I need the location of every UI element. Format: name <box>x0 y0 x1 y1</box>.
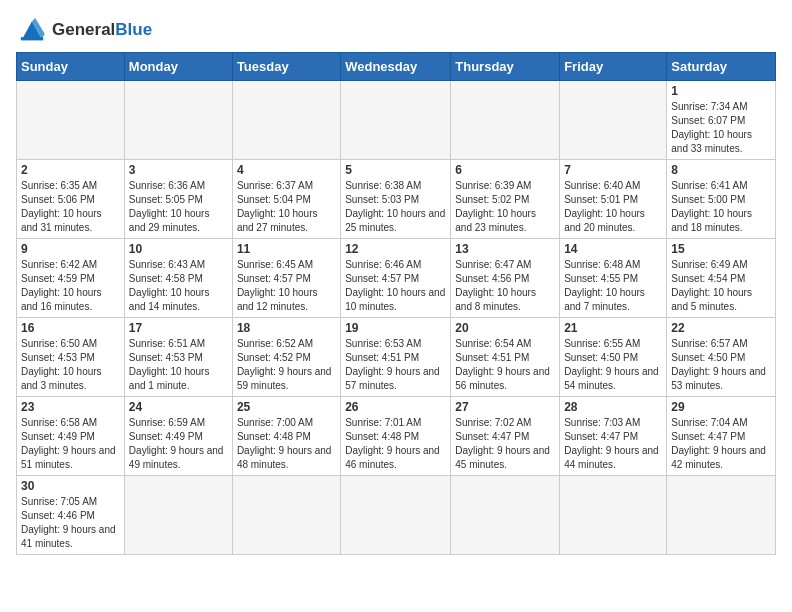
calendar-cell <box>124 81 232 160</box>
calendar-cell <box>124 476 232 555</box>
calendar-cell <box>560 476 667 555</box>
calendar-cell: 22Sunrise: 6:57 AM Sunset: 4:50 PM Dayli… <box>667 318 776 397</box>
logo-text: GeneralBlue <box>52 20 152 40</box>
day-number: 17 <box>129 321 228 335</box>
day-number: 3 <box>129 163 228 177</box>
day-number: 18 <box>237 321 336 335</box>
weekday-header-thursday: Thursday <box>451 53 560 81</box>
calendar-cell <box>17 81 125 160</box>
week-row-4: 16Sunrise: 6:50 AM Sunset: 4:53 PM Dayli… <box>17 318 776 397</box>
calendar-cell: 30Sunrise: 7:05 AM Sunset: 4:46 PM Dayli… <box>17 476 125 555</box>
calendar-cell: 23Sunrise: 6:58 AM Sunset: 4:49 PM Dayli… <box>17 397 125 476</box>
day-info: Sunrise: 6:48 AM Sunset: 4:55 PM Dayligh… <box>564 258 662 314</box>
weekday-header-tuesday: Tuesday <box>232 53 340 81</box>
day-info: Sunrise: 7:34 AM Sunset: 6:07 PM Dayligh… <box>671 100 771 156</box>
page-header: GeneralBlue <box>16 16 776 44</box>
week-row-5: 23Sunrise: 6:58 AM Sunset: 4:49 PM Dayli… <box>17 397 776 476</box>
calendar-cell: 25Sunrise: 7:00 AM Sunset: 4:48 PM Dayli… <box>232 397 340 476</box>
calendar-cell: 12Sunrise: 6:46 AM Sunset: 4:57 PM Dayli… <box>341 239 451 318</box>
calendar-cell <box>341 476 451 555</box>
day-info: Sunrise: 6:45 AM Sunset: 4:57 PM Dayligh… <box>237 258 336 314</box>
day-info: Sunrise: 7:04 AM Sunset: 4:47 PM Dayligh… <box>671 416 771 472</box>
logo-icon <box>16 16 48 44</box>
day-info: Sunrise: 6:57 AM Sunset: 4:50 PM Dayligh… <box>671 337 771 393</box>
day-info: Sunrise: 6:51 AM Sunset: 4:53 PM Dayligh… <box>129 337 228 393</box>
day-info: Sunrise: 6:54 AM Sunset: 4:51 PM Dayligh… <box>455 337 555 393</box>
day-number: 2 <box>21 163 120 177</box>
day-number: 14 <box>564 242 662 256</box>
day-info: Sunrise: 6:42 AM Sunset: 4:59 PM Dayligh… <box>21 258 120 314</box>
week-row-6: 30Sunrise: 7:05 AM Sunset: 4:46 PM Dayli… <box>17 476 776 555</box>
day-info: Sunrise: 7:03 AM Sunset: 4:47 PM Dayligh… <box>564 416 662 472</box>
day-number: 8 <box>671 163 771 177</box>
calendar-cell <box>232 81 340 160</box>
calendar-cell: 18Sunrise: 6:52 AM Sunset: 4:52 PM Dayli… <box>232 318 340 397</box>
calendar-cell: 21Sunrise: 6:55 AM Sunset: 4:50 PM Dayli… <box>560 318 667 397</box>
day-number: 25 <box>237 400 336 414</box>
weekday-header-friday: Friday <box>560 53 667 81</box>
day-info: Sunrise: 6:59 AM Sunset: 4:49 PM Dayligh… <box>129 416 228 472</box>
day-number: 9 <box>21 242 120 256</box>
day-info: Sunrise: 6:47 AM Sunset: 4:56 PM Dayligh… <box>455 258 555 314</box>
calendar-cell <box>560 81 667 160</box>
day-info: Sunrise: 6:36 AM Sunset: 5:05 PM Dayligh… <box>129 179 228 235</box>
calendar-cell <box>232 476 340 555</box>
calendar-cell: 9Sunrise: 6:42 AM Sunset: 4:59 PM Daylig… <box>17 239 125 318</box>
calendar-cell: 6Sunrise: 6:39 AM Sunset: 5:02 PM Daylig… <box>451 160 560 239</box>
day-info: Sunrise: 6:35 AM Sunset: 5:06 PM Dayligh… <box>21 179 120 235</box>
calendar-table: SundayMondayTuesdayWednesdayThursdayFrid… <box>16 52 776 555</box>
day-number: 13 <box>455 242 555 256</box>
calendar-cell: 13Sunrise: 6:47 AM Sunset: 4:56 PM Dayli… <box>451 239 560 318</box>
day-number: 20 <box>455 321 555 335</box>
calendar-cell: 16Sunrise: 6:50 AM Sunset: 4:53 PM Dayli… <box>17 318 125 397</box>
calendar-cell: 11Sunrise: 6:45 AM Sunset: 4:57 PM Dayli… <box>232 239 340 318</box>
day-info: Sunrise: 6:39 AM Sunset: 5:02 PM Dayligh… <box>455 179 555 235</box>
day-info: Sunrise: 6:58 AM Sunset: 4:49 PM Dayligh… <box>21 416 120 472</box>
day-number: 10 <box>129 242 228 256</box>
calendar-cell: 20Sunrise: 6:54 AM Sunset: 4:51 PM Dayli… <box>451 318 560 397</box>
day-number: 12 <box>345 242 446 256</box>
calendar-cell <box>451 476 560 555</box>
day-info: Sunrise: 7:01 AM Sunset: 4:48 PM Dayligh… <box>345 416 446 472</box>
day-number: 30 <box>21 479 120 493</box>
day-number: 24 <box>129 400 228 414</box>
calendar-cell: 24Sunrise: 6:59 AM Sunset: 4:49 PM Dayli… <box>124 397 232 476</box>
day-number: 7 <box>564 163 662 177</box>
calendar-cell: 1Sunrise: 7:34 AM Sunset: 6:07 PM Daylig… <box>667 81 776 160</box>
calendar-cell: 14Sunrise: 6:48 AM Sunset: 4:55 PM Dayli… <box>560 239 667 318</box>
day-info: Sunrise: 6:38 AM Sunset: 5:03 PM Dayligh… <box>345 179 446 235</box>
calendar-cell: 3Sunrise: 6:36 AM Sunset: 5:05 PM Daylig… <box>124 160 232 239</box>
day-info: Sunrise: 6:53 AM Sunset: 4:51 PM Dayligh… <box>345 337 446 393</box>
svg-rect-2 <box>21 37 43 40</box>
calendar-cell: 5Sunrise: 6:38 AM Sunset: 5:03 PM Daylig… <box>341 160 451 239</box>
calendar-cell: 28Sunrise: 7:03 AM Sunset: 4:47 PM Dayli… <box>560 397 667 476</box>
day-number: 28 <box>564 400 662 414</box>
calendar-cell: 26Sunrise: 7:01 AM Sunset: 4:48 PM Dayli… <box>341 397 451 476</box>
logo: GeneralBlue <box>16 16 152 44</box>
calendar-cell: 8Sunrise: 6:41 AM Sunset: 5:00 PM Daylig… <box>667 160 776 239</box>
day-info: Sunrise: 6:49 AM Sunset: 4:54 PM Dayligh… <box>671 258 771 314</box>
weekday-header-sunday: Sunday <box>17 53 125 81</box>
weekday-header-wednesday: Wednesday <box>341 53 451 81</box>
day-info: Sunrise: 6:41 AM Sunset: 5:00 PM Dayligh… <box>671 179 771 235</box>
day-info: Sunrise: 7:02 AM Sunset: 4:47 PM Dayligh… <box>455 416 555 472</box>
day-number: 23 <box>21 400 120 414</box>
day-number: 15 <box>671 242 771 256</box>
day-number: 22 <box>671 321 771 335</box>
day-number: 16 <box>21 321 120 335</box>
day-info: Sunrise: 6:46 AM Sunset: 4:57 PM Dayligh… <box>345 258 446 314</box>
day-number: 29 <box>671 400 771 414</box>
calendar-cell: 4Sunrise: 6:37 AM Sunset: 5:04 PM Daylig… <box>232 160 340 239</box>
calendar-cell <box>667 476 776 555</box>
weekday-header-row: SundayMondayTuesdayWednesdayThursdayFrid… <box>17 53 776 81</box>
calendar-cell: 27Sunrise: 7:02 AM Sunset: 4:47 PM Dayli… <box>451 397 560 476</box>
calendar-cell: 15Sunrise: 6:49 AM Sunset: 4:54 PM Dayli… <box>667 239 776 318</box>
calendar-cell <box>341 81 451 160</box>
calendar-cell: 10Sunrise: 6:43 AM Sunset: 4:58 PM Dayli… <box>124 239 232 318</box>
day-info: Sunrise: 6:50 AM Sunset: 4:53 PM Dayligh… <box>21 337 120 393</box>
day-info: Sunrise: 7:00 AM Sunset: 4:48 PM Dayligh… <box>237 416 336 472</box>
calendar-cell: 17Sunrise: 6:51 AM Sunset: 4:53 PM Dayli… <box>124 318 232 397</box>
week-row-3: 9Sunrise: 6:42 AM Sunset: 4:59 PM Daylig… <box>17 239 776 318</box>
day-number: 1 <box>671 84 771 98</box>
day-number: 6 <box>455 163 555 177</box>
